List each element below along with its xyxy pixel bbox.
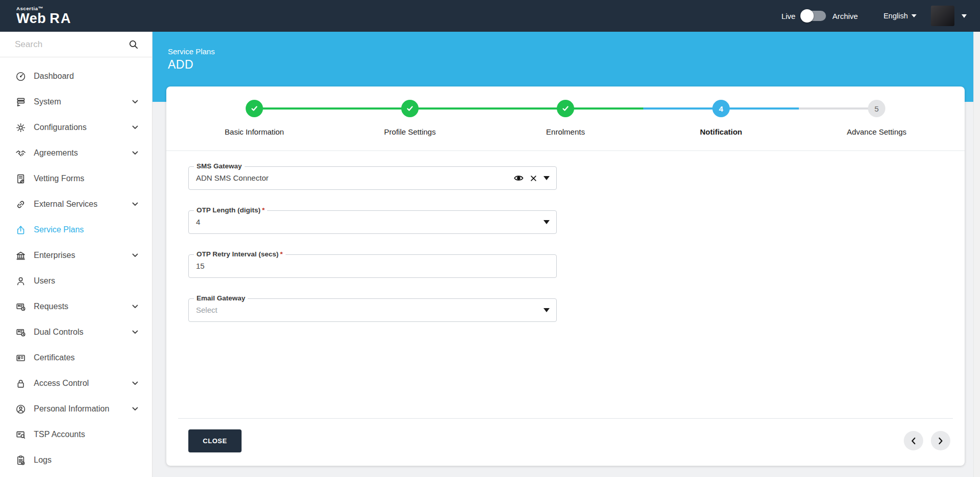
language-dropdown[interactable]: English [883, 12, 917, 20]
sidebar-item-users[interactable]: Users [0, 268, 152, 294]
sidebar-item-label: Agreements [34, 148, 78, 158]
field-value: 4 [196, 218, 200, 226]
dropdown-caret-icon[interactable] [543, 308, 550, 312]
chevron-down-icon [132, 253, 138, 257]
sidebar-item-label: Dashboard [34, 72, 74, 81]
chevron-down-icon [132, 100, 138, 104]
sidebar-item-label: Requests [34, 302, 69, 311]
step-label: Basic Information [225, 127, 284, 136]
sidebar-menu: Dashboard System Configurations Agreemen… [0, 57, 152, 473]
logs-icon [15, 454, 26, 466]
chevron-down-icon [132, 202, 138, 206]
dropdown-caret-icon[interactable] [543, 220, 550, 224]
step-advance-settings[interactable]: 5 Advance Settings [799, 100, 954, 150]
tsp-accounts-icon [15, 429, 26, 440]
external-services-link-icon [15, 199, 26, 210]
app: Ascertia™ WebRA Live Archive English [0, 0, 980, 477]
step-label: Notification [700, 127, 743, 136]
sidebar-item-label: System [34, 97, 61, 106]
sidebar-item-personal-information[interactable]: Personal Information [0, 396, 152, 422]
chevron-down-icon [132, 305, 138, 309]
sidebar-item-requests[interactable]: Requests [0, 294, 152, 319]
eye-icon[interactable] [514, 175, 524, 182]
certificates-icon [15, 352, 26, 363]
next-step-button[interactable] [931, 431, 950, 450]
profile-chevron-down-icon[interactable] [962, 14, 967, 18]
brand-web: Web [16, 11, 46, 26]
card-footer: CLOSE [166, 419, 965, 466]
sidebar-item-label: Configurations [34, 123, 86, 132]
prev-step-button[interactable] [904, 431, 923, 450]
service-plans-icon [15, 224, 26, 235]
field-placeholder: Select [196, 306, 217, 314]
otp-retry-interval-field[interactable]: OTP Retry Interval (secs)* 15 [188, 254, 557, 278]
avatar[interactable] [931, 6, 954, 26]
step-number-badge: 5 [868, 100, 885, 117]
sidebar-item-label: Service Plans [34, 225, 84, 234]
sidebar-item-service-plans[interactable]: Service Plans [0, 217, 152, 243]
field-value: ADN SMS Connector [196, 174, 269, 182]
sidebar-item-label: Vetting Forms [34, 174, 84, 183]
chevron-down-icon [132, 407, 138, 411]
language-label: English [883, 12, 908, 20]
live-archive-toggle[interactable] [801, 11, 826, 21]
brand-logo[interactable]: Ascertia™ WebRA [16, 6, 72, 26]
field-label: OTP Length (digits)* [194, 206, 267, 214]
sidebar-item-logs[interactable]: Logs [0, 447, 152, 473]
step-complete-check-icon [557, 100, 574, 117]
live-label: Live [781, 12, 796, 20]
brand-ra: RA [50, 11, 72, 26]
sidebar-item-dual-controls[interactable]: Dual Controls [0, 319, 152, 345]
breadcrumb: Service Plans [168, 47, 973, 56]
otp-length-field[interactable]: OTP Length (digits)* 4 [188, 210, 557, 234]
notification-form: SMS Gateway ADN SMS Connector OTP Length… [166, 151, 965, 418]
step-label: Profile Settings [384, 127, 436, 136]
sidebar-item-vetting-forms[interactable]: Vetting Forms [0, 166, 152, 191]
sidebar-item-external-services[interactable]: External Services [0, 191, 152, 217]
access-control-lock-icon [15, 378, 26, 389]
search-input[interactable] [15, 39, 128, 50]
close-button[interactable]: CLOSE [188, 429, 242, 452]
sidebar-item-dashboard[interactable]: Dashboard [0, 63, 152, 89]
sidebar-item-label: Dual Controls [34, 328, 83, 337]
search-icon[interactable] [128, 39, 139, 50]
step-label: Enrolments [546, 127, 585, 136]
sidebar-item-label: External Services [34, 200, 98, 209]
field-value: 15 [196, 262, 205, 270]
wizard-stepper: Basic Information Profile Settings Enrol… [166, 86, 965, 151]
sidebar-item-tsp-accounts[interactable]: TSP Accounts [0, 422, 152, 447]
step-notification[interactable]: 4 Notification [643, 100, 799, 150]
brand-ascertia-label: Ascertia™ [16, 6, 72, 11]
chevron-left-icon [910, 437, 917, 445]
sidebar-item-agreements[interactable]: Agreements [0, 140, 152, 166]
dropdown-caret-icon[interactable] [543, 176, 550, 180]
sidebar-item-access-control[interactable]: Access Control [0, 371, 152, 396]
step-complete-check-icon [246, 100, 263, 117]
chevron-down-icon [132, 330, 138, 334]
step-enrolments[interactable]: Enrolments [488, 100, 643, 150]
page-title: ADD [168, 58, 973, 72]
required-asterisk: * [280, 250, 282, 258]
email-gateway-field[interactable]: Email Gateway Select [188, 298, 557, 322]
step-basic-information[interactable]: Basic Information [177, 100, 332, 150]
step-label: Advance Settings [847, 127, 907, 136]
chevron-right-icon [937, 437, 944, 445]
sidebar-item-label: Access Control [34, 379, 89, 388]
chevron-down-icon [132, 381, 138, 385]
sidebar-item-label: Enterprises [34, 251, 75, 260]
sidebar-item-label: Personal Information [34, 404, 110, 414]
clear-x-icon[interactable] [531, 176, 536, 181]
chevron-down-icon [911, 14, 917, 17]
sidebar-item-certificates[interactable]: Certificates [0, 345, 152, 371]
vertical-scrollbar[interactable] [973, 32, 980, 477]
step-profile-settings[interactable]: Profile Settings [332, 100, 488, 150]
enterprises-bank-icon [15, 250, 26, 261]
step-number-badge: 4 [712, 100, 730, 117]
configurations-gear-icon [15, 122, 26, 133]
sidebar-item-enterprises[interactable]: Enterprises [0, 243, 152, 268]
chevron-down-icon [132, 125, 138, 129]
sms-gateway-field[interactable]: SMS Gateway ADN SMS Connector [188, 166, 557, 190]
sidebar-item-system[interactable]: System [0, 89, 152, 115]
sidebar-item-configurations[interactable]: Configurations [0, 115, 152, 140]
main-content: Service Plans ADD Basic Information [153, 32, 980, 477]
